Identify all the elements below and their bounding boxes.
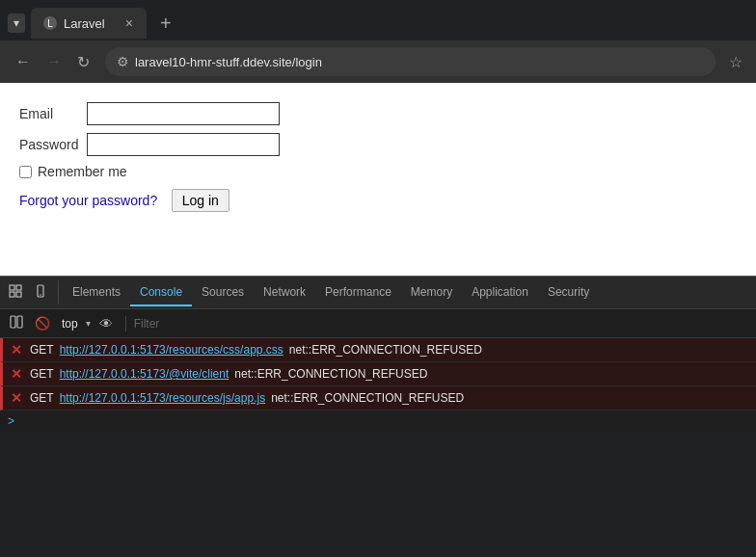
email-input[interactable] <box>87 102 280 125</box>
password-row: Password <box>19 133 737 156</box>
browser-chrome: ▾ L Laravel × + ← → ↻ ⚙ ☆ <box>0 0 756 83</box>
browser-toolbar: ← → ↻ ⚙ ☆ <box>0 40 756 83</box>
devtools-tabs-bar: Elements Console Sources Network Perform… <box>0 277 756 309</box>
filter-input[interactable] <box>134 317 750 331</box>
toolbar-divider <box>125 316 126 332</box>
error-icon-3: ✕ <box>11 390 22 406</box>
context-dropdown-arrow: ▾ <box>86 318 91 329</box>
devtools-mobile-button[interactable] <box>29 280 52 305</box>
email-row: Email <box>19 102 737 125</box>
svg-rect-9 <box>17 316 22 328</box>
log-url-1[interactable]: http://127.0.0.1:5173/resources/css/app.… <box>60 343 284 357</box>
tab-sources[interactable]: Sources <box>192 279 254 306</box>
tab-application[interactable]: Application <box>462 279 538 306</box>
context-selector-label: top <box>58 315 82 332</box>
password-label: Password <box>19 137 87 152</box>
tab-bar: ▾ L Laravel × + <box>0 0 756 40</box>
remember-checkbox[interactable] <box>19 166 32 178</box>
svg-rect-4 <box>16 285 21 290</box>
console-log: ✕ GET http://127.0.0.1:5173/resources/cs… <box>0 338 756 432</box>
new-tab-button[interactable]: + <box>154 11 177 37</box>
log-method-2: GET <box>30 367 54 381</box>
log-msg-1: net::ERR_CONNECTION_REFUSED <box>289 343 482 357</box>
tab-dropdown-button[interactable]: ▾ <box>8 13 25 33</box>
address-bar[interactable]: ⚙ <box>105 47 716 76</box>
site-security-icon: ⚙ <box>117 54 129 69</box>
forgot-password-link[interactable]: Forgot your password? <box>19 193 157 208</box>
email-label: Email <box>19 106 87 121</box>
password-input[interactable] <box>87 133 280 156</box>
svg-point-7 <box>40 294 41 296</box>
tab-favicon: L <box>42 15 58 31</box>
log-entry-1: ✕ GET http://127.0.0.1:5173/resources/cs… <box>0 338 756 362</box>
active-tab[interactable]: L Laravel × <box>31 8 147 39</box>
log-url-2[interactable]: http://127.0.0.1:5173/@vite/client <box>60 367 230 381</box>
svg-rect-5 <box>16 292 21 297</box>
reload-button[interactable]: ↻ <box>71 49 95 75</box>
svg-text:L: L <box>47 18 53 29</box>
address-input[interactable] <box>135 55 704 69</box>
log-entry-3: ✕ GET http://127.0.0.1:5173/resources/js… <box>0 386 756 411</box>
console-sidebar-button[interactable] <box>6 313 27 333</box>
console-clear-button[interactable]: 🚫 <box>31 314 54 332</box>
page-content: Email Password Remember me Forgot your p… <box>0 83 756 276</box>
log-msg-3: net::ERR_CONNECTION_REFUSED <box>271 391 464 405</box>
devtools-tabs: Elements Console Sources Network Perform… <box>63 279 752 306</box>
log-msg-2: net::ERR_CONNECTION_REFUSED <box>234 367 427 381</box>
remember-label: Remember me <box>38 164 127 179</box>
console-cursor[interactable]: > <box>0 411 756 432</box>
devtools-inspect-button[interactable] <box>4 280 27 305</box>
svg-rect-3 <box>10 292 14 297</box>
cursor-symbol: > <box>8 414 14 428</box>
back-button[interactable]: ← <box>10 49 37 74</box>
tab-network[interactable]: Network <box>254 279 315 306</box>
tab-elements[interactable]: Elements <box>63 279 130 306</box>
log-entry-2: ✕ GET http://127.0.0.1:5173/@vite/client… <box>0 362 756 386</box>
error-icon-1: ✕ <box>11 342 22 358</box>
tab-memory[interactable]: Memory <box>401 279 462 306</box>
log-method-1: GET <box>30 343 54 357</box>
error-icon-2: ✕ <box>11 366 22 382</box>
log-method-3: GET <box>30 391 54 405</box>
tab-title: Laravel <box>64 16 105 31</box>
login-button[interactable]: Log in <box>172 189 230 212</box>
tab-performance[interactable]: Performance <box>315 279 401 306</box>
tab-close-button[interactable]: × <box>123 14 135 32</box>
form-actions: Forgot your password? Log in <box>19 189 737 212</box>
devtools-icon-group <box>4 280 59 305</box>
console-toolbar: 🚫 top ▾ 👁 <box>0 309 756 338</box>
svg-rect-2 <box>10 285 14 290</box>
console-eye-button[interactable]: 👁 <box>94 314 118 333</box>
tab-console[interactable]: Console <box>130 279 192 306</box>
remember-row: Remember me <box>19 164 737 179</box>
log-url-3[interactable]: http://127.0.0.1:5173/resources/js/app.j… <box>60 391 265 405</box>
svg-rect-8 <box>11 316 15 328</box>
tab-security[interactable]: Security <box>538 279 599 306</box>
bookmark-button[interactable]: ☆ <box>725 49 746 75</box>
devtools-panel: Elements Console Sources Network Perform… <box>0 276 756 432</box>
forward-button[interactable]: → <box>40 49 68 74</box>
